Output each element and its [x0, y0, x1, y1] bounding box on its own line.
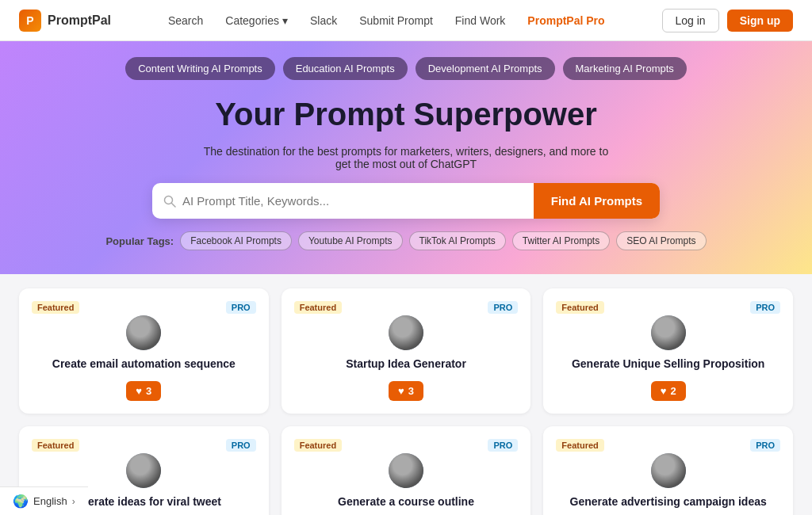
card-title: Generate Unique Selling Proposition — [572, 357, 764, 372]
heart-icon: ♥ — [398, 385, 404, 397]
card-header: Featured PRO — [294, 439, 519, 452]
featured-badge: Featured — [556, 439, 603, 452]
pro-badge: PRO — [226, 301, 256, 314]
pop-tag-youtube[interactable]: Youtube AI Prompts — [298, 231, 403, 250]
hero-category-tags: Content Writing AI Prompts Education AI … — [125, 57, 687, 80]
hero-title: Your Prompt Superpower — [215, 96, 597, 132]
featured-badge: Featured — [294, 301, 342, 314]
card-title: Startup Idea Generator — [346, 357, 466, 372]
pro-badge: PRO — [488, 439, 518, 452]
like-count: 3 — [408, 385, 414, 397]
navbar: P PromptPal Search Categories ▾ Slack Su… — [0, 0, 812, 41]
pop-tag-seo[interactable]: SEO AI Prompts — [616, 231, 706, 250]
card-title: Generate advertising campaign ideas — [570, 494, 767, 509]
like-count: 3 — [146, 385, 151, 397]
pro-badge: PRO — [750, 439, 780, 452]
featured-badge: Featured — [294, 439, 342, 452]
avatar — [389, 453, 423, 488]
hero-section: Content Writing AI Prompts Education AI … — [0, 41, 812, 274]
avatar — [651, 315, 686, 350]
nav-search[interactable]: Search — [168, 14, 203, 27]
pop-tag-facebook[interactable]: Facebook AI Prompts — [180, 231, 292, 250]
svg-line-1 — [172, 203, 176, 207]
card-title: Generate ideas for viral tweet — [67, 494, 221, 509]
hero-tag-marketing[interactable]: Marketing AI Prompts — [563, 57, 687, 80]
card-advertising-campaign: Featured PRO Generate advertising campai… — [543, 426, 793, 515]
like-button[interactable]: ♥ 2 — [651, 381, 686, 401]
card-header: Featured PRO — [32, 439, 256, 452]
nav-links: Search Categories ▾ Slack Submit Prompt … — [168, 14, 605, 27]
pro-badge: PRO — [750, 301, 780, 314]
brand-name: PromptPal — [48, 13, 111, 28]
featured-badge: Featured — [32, 439, 79, 452]
featured-badge: Featured — [32, 301, 79, 314]
card-header: Featured PRO — [294, 301, 519, 314]
search-icon — [163, 195, 176, 208]
signup-button[interactable]: Sign up — [727, 10, 793, 32]
language-label: English — [33, 495, 67, 507]
card-header: Featured PRO — [32, 301, 256, 314]
heart-icon: ♥ — [661, 385, 667, 397]
card-title: Generate a course outline — [338, 494, 474, 509]
nav-categories[interactable]: Categories ▾ — [225, 14, 288, 27]
nav-submit[interactable]: Submit Prompt — [359, 14, 433, 27]
chevron-right-icon: › — [72, 496, 75, 507]
card-startup-idea: Featured PRO Startup Idea Generator ♥ 3 — [282, 288, 531, 414]
hero-tag-content[interactable]: Content Writing AI Prompts — [125, 57, 275, 80]
like-button[interactable]: ♥ 3 — [126, 381, 161, 401]
search-bar: Find AI Prompts — [152, 183, 660, 219]
nav-findwork[interactable]: Find Work — [455, 14, 506, 27]
search-input-wrap — [152, 183, 534, 219]
pop-tag-tiktok[interactable]: TikTok AI Prompts — [409, 231, 506, 250]
like-button[interactable]: ♥ 3 — [389, 381, 423, 401]
card-header: Featured PRO — [556, 439, 780, 452]
card-email-automation: Featured PRO Create email automation seq… — [19, 288, 269, 414]
card-selling-proposition: Featured PRO Generate Unique Selling Pro… — [543, 288, 793, 414]
hero-subtitle: The destination for the best prompts for… — [200, 145, 612, 170]
logo[interactable]: P PromptPal — [19, 10, 111, 32]
like-count: 2 — [670, 385, 676, 397]
popular-label: Popular Tags: — [105, 235, 174, 247]
heart-icon: ♥ — [136, 385, 142, 397]
flag-icon: 🌍 — [13, 494, 29, 509]
card-course-outline: Featured PRO Generate a course outline ♥… — [282, 426, 531, 515]
auth-actions: Log in Sign up — [662, 9, 793, 32]
login-button[interactable]: Log in — [662, 9, 719, 32]
avatar — [126, 315, 161, 350]
pro-badge: PRO — [226, 439, 256, 452]
hero-tag-education[interactable]: Education AI Prompts — [283, 57, 408, 80]
find-prompts-button[interactable]: Find AI Prompts — [534, 183, 660, 219]
logo-icon: P — [19, 10, 41, 32]
card-title: Create email automation sequence — [52, 357, 236, 372]
avatar — [389, 315, 423, 350]
nav-pro[interactable]: PromptPal Pro — [527, 14, 604, 27]
hero-tag-development[interactable]: Development AI Prompts — [416, 57, 555, 80]
footer-language-bar[interactable]: 🌍 English › — [0, 486, 88, 515]
avatar — [126, 453, 161, 488]
search-input[interactable] — [182, 183, 523, 219]
chevron-down-icon: ▾ — [282, 14, 288, 27]
pro-badge: PRO — [488, 301, 518, 314]
nav-slack[interactable]: Slack — [310, 14, 337, 27]
avatar — [651, 453, 686, 488]
card-header: Featured PRO — [556, 301, 780, 314]
pop-tag-twitter[interactable]: Twitter AI Prompts — [512, 231, 610, 250]
popular-tags-row: Popular Tags: Facebook AI Prompts Youtub… — [105, 231, 706, 250]
cards-grid: Featured PRO Create email automation seq… — [0, 274, 812, 515]
featured-badge: Featured — [556, 301, 603, 314]
